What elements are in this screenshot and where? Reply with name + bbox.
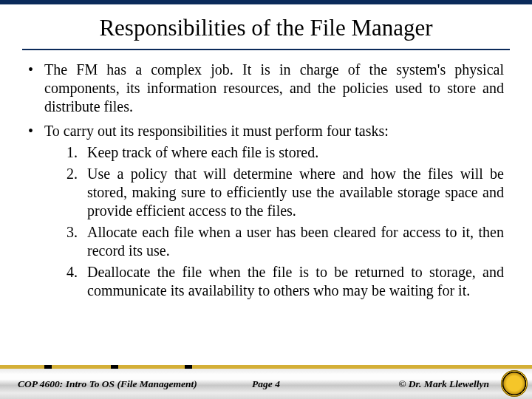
ucf-logo-icon (501, 370, 528, 397)
numbered-text: Deallocate the file when the file is to … (87, 264, 504, 299)
numbered-list: 1.Keep track of where each file is store… (44, 143, 504, 300)
bullet-list: The FM has a complex job. It is in charg… (28, 61, 504, 300)
bullet-item: To carry out its responsibilities it mus… (28, 122, 504, 300)
numbered-text: Use a policy that will determine where a… (87, 166, 504, 219)
item-number: 4. (66, 263, 78, 282)
slide-footer: COP 4600: Intro To OS (File Management) … (0, 368, 532, 399)
slide: Responsibilities of the File Manager The… (0, 0, 532, 399)
bullet-text: The FM has a complex job. It is in charg… (44, 61, 504, 115)
footer-author: © Dr. Mark Llewellyn (398, 378, 489, 390)
footer-course: COP 4600: Intro To OS (File Management) (18, 378, 197, 390)
numbered-text: Allocate each file when a user has been … (87, 224, 504, 259)
item-number: 1. (66, 143, 78, 162)
numbered-item: 1.Keep track of where each file is store… (66, 143, 504, 162)
numbered-item: 4.Deallocate the file when the file is t… (66, 263, 504, 300)
item-number: 2. (66, 165, 78, 183)
bullet-text: To carry out its responsibilities it mus… (44, 123, 389, 139)
bullet-item: The FM has a complex job. It is in charg… (28, 61, 504, 116)
item-number: 3. (66, 223, 78, 242)
numbered-item: 2.Use a policy that will determine where… (66, 165, 504, 220)
slide-title: Responsibilities of the File Manager (0, 4, 532, 46)
footer-page: Page 4 (252, 378, 280, 390)
numbered-item: 3.Allocate each file when a user has bee… (66, 223, 504, 260)
slide-body: The FM has a complex job. It is in charg… (0, 50, 532, 368)
numbered-text: Keep track of where each file is stored. (87, 144, 318, 160)
